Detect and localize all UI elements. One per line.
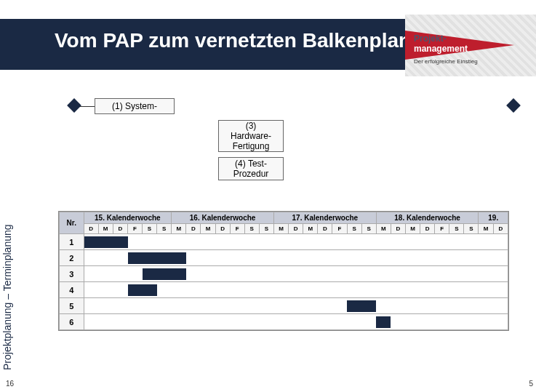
day-header: M [405,224,420,234]
gantt-track [84,314,508,330]
sidebar-label: Projektplanung – Terminplanung [1,224,13,370]
week-header: 17. Kalenderwoche [273,212,376,224]
day-header: S [464,224,479,234]
day-header: M [376,224,391,234]
week-header: 15. Kalenderwoche [84,212,172,224]
gantt-bar [347,300,376,312]
node-label: Fertigung [233,141,270,151]
week-header: 16. Kalenderwoche [172,212,274,224]
page-title: Vom PAP zum vernetzten Balkenplan [55,29,411,52]
day-header: S [259,224,273,234]
row-nr: 2 [60,250,84,266]
gantt-row: 4 [60,282,508,298]
day-header: S [347,224,361,234]
day-header: D [318,224,332,234]
gantt-bar [376,316,391,328]
logo-block: Projekt- management Der erfolgreiche Ein… [405,15,536,76]
gantt-bar [84,236,128,248]
day-header: M [201,224,215,234]
left-sidebar: Projektplanung – Terminplanung [0,70,29,392]
page-corner: 5 [529,380,533,388]
day-header: M [303,224,318,234]
day-header: D [289,224,303,234]
day-header: F [435,224,449,234]
gantt-track [84,266,508,282]
row-nr: 3 [60,266,84,282]
row-nr: 5 [60,298,84,314]
gantt-chart: Nr. 15. Kalenderwoche 16. Kalenderwoche … [58,211,509,331]
day-header: S [361,224,376,234]
gantt-row: 3 [60,266,508,282]
week-header: 19. [479,212,508,224]
week-header: 18. Kalenderwoche [376,212,479,224]
day-header: D [186,224,201,234]
day-header: F [230,224,244,234]
logo-subtitle: Der erfolgreiche Einstieg [414,58,478,65]
gantt-bar [143,268,186,280]
gantt-row: 2 [60,250,508,266]
gantt-row: 1 [60,234,508,250]
day-header: F [332,224,347,234]
day-header: F [127,224,142,234]
logo-line2: management [414,44,468,54]
gantt-table: Nr. 15. Kalenderwoche 16. Kalenderwoche … [59,212,508,330]
node-label: (4) Test- [235,159,267,169]
row-nr: 4 [60,282,84,298]
node-label: Prozedur [233,169,269,179]
gantt-bar [128,252,186,264]
day-header: M [273,224,288,234]
node-test-prozedur: (4) Test- Prozedur [218,157,284,180]
day-header: M [479,224,493,234]
gantt-track [84,250,508,266]
node-hardware-fertigung: (3) Hardware- Fertigung [218,120,284,152]
gantt-track [84,234,508,250]
day-header: S [142,224,156,234]
day-header: D [391,224,405,234]
gantt-bar [128,284,157,296]
day-header: S [244,224,259,234]
day-header: M [172,224,186,234]
node-label: (3) [246,121,257,131]
row-nr: 1 [60,234,84,250]
day-header: S [449,224,464,234]
day-header: D [84,224,98,234]
node-system: (1) System- [95,98,175,114]
gantt-row: 5 [60,298,508,314]
day-header: S [157,224,172,234]
logo-line1: Projekt- [414,33,447,44]
node-label: (1) System- [112,101,157,111]
day-header: D [493,224,508,234]
page-number: 16 [6,380,14,388]
connector-line [80,106,95,107]
gantt-track [84,298,508,314]
day-header: D [113,224,127,234]
row-nr: 6 [60,314,84,330]
gantt-row: 6 [60,314,508,330]
day-header: M [98,224,113,234]
node-label: Hardware- [231,131,271,141]
day-header: D [420,224,435,234]
col-nr: Nr. [60,212,84,234]
diamond-icon [506,98,521,113]
gantt-track [84,282,508,298]
day-header: D [215,224,230,234]
diamond-icon [67,98,81,113]
